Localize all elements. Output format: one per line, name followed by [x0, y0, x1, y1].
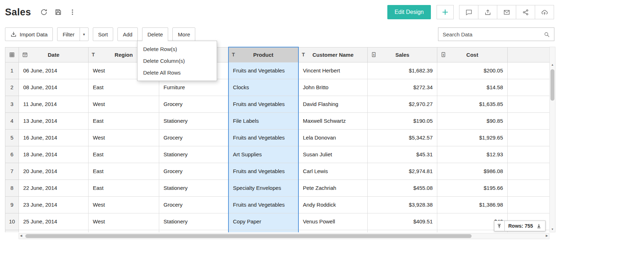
row-number-cell[interactable]: 8 [5, 180, 19, 196]
cell-sales[interactable]: $272.34 [368, 79, 437, 96]
cell-customer-name[interactable]: John Britto [298, 79, 368, 96]
cell-region[interactable]: East [89, 146, 159, 163]
edit-design-button[interactable]: Edit Design [387, 5, 431, 19]
export-button[interactable] [478, 5, 497, 19]
cell-customer-name[interactable]: Pete Zachriah [298, 180, 368, 196]
cell-product[interactable]: Fruits and Vegetables [228, 129, 298, 146]
menu-item-delete-columns[interactable]: Delete Column(s) [137, 55, 217, 67]
cell-cost[interactable]: $1,386.98 [437, 196, 508, 213]
scroll-up-arrow[interactable]: ▲ [550, 64, 555, 66]
row-number-cell[interactable]: 4 [5, 112, 19, 129]
cell-sales[interactable]: $45.31 [368, 146, 437, 163]
cell-product[interactable]: Specialty Envelopes [228, 180, 298, 196]
cell-cost[interactable]: $14.58 [437, 79, 508, 96]
column-header-product[interactable]: T Product [228, 47, 298, 62]
cell-region[interactable]: West [89, 96, 159, 112]
cell-cost[interactable]: $986.08 [437, 163, 508, 180]
refresh-button[interactable] [40, 8, 48, 16]
horizontal-scrollbar[interactable]: ◀ ▶ [19, 233, 549, 239]
scroll-down-arrow[interactable]: ▼ [550, 228, 555, 231]
cell-sales[interactable]: $455.08 [368, 180, 437, 196]
cell-sales[interactable] [368, 230, 437, 232]
cell-category[interactable]: Grocery [159, 163, 228, 180]
cell-date[interactable] [19, 230, 89, 232]
go-to-first-row-button[interactable] [494, 221, 505, 231]
column-header-sales[interactable]: $ Sales [368, 47, 437, 62]
cell-sales[interactable]: $1,682.39 [368, 62, 437, 79]
select-all-corner-cell[interactable] [5, 47, 19, 62]
cell-category[interactable]: Grocery [159, 196, 228, 213]
cell-sales[interactable]: $190.05 [368, 112, 437, 129]
cell-category[interactable]: Grocery [159, 96, 228, 112]
cell-product[interactable]: Clocks [228, 79, 298, 96]
add-button[interactable]: Add [117, 27, 138, 41]
cell-customer-name[interactable]: Carl Lewis [298, 163, 368, 180]
cell-region[interactable]: East [89, 180, 159, 196]
cell-product[interactable]: Copy Paper [228, 213, 298, 230]
cell-product[interactable]: File Labels [228, 112, 298, 129]
row-number-cell[interactable]: 9 [5, 196, 19, 213]
cell-sales[interactable]: $2,974.81 [368, 163, 437, 180]
email-button[interactable] [497, 5, 516, 19]
cell-date[interactable]: 18 June, 2014 [19, 146, 89, 163]
cell-cost[interactable]: $1,929.65 [437, 129, 508, 146]
filter-button[interactable]: Filter ▾ [57, 27, 88, 41]
sort-button[interactable]: Sort [93, 27, 114, 41]
cell-product[interactable]: Fruits and Vegetables [228, 196, 298, 213]
vertical-scrollbar[interactable]: ▲ ▼ [549, 47, 555, 232]
publish-button[interactable] [535, 5, 554, 19]
scroll-left-arrow[interactable]: ◀ [20, 234, 22, 237]
cell-region[interactable]: West [89, 196, 159, 213]
cell-customer-name[interactable]: Maxwell Schwartz [298, 112, 368, 129]
cell-region[interactable] [89, 230, 159, 232]
cell-customer-name[interactable]: Vincent Herbert [298, 62, 368, 79]
cell-date[interactable]: 22 June, 2014 [19, 180, 89, 196]
row-number-cell[interactable]: 3 [5, 96, 19, 112]
cell-category[interactable]: Stationery [159, 180, 228, 196]
cell-date[interactable]: 20 June, 2014 [19, 163, 89, 180]
go-to-last-icon[interactable] [536, 223, 542, 229]
cell-empty[interactable] [508, 96, 550, 112]
filter-dropdown-caret-icon[interactable]: ▾ [80, 28, 88, 41]
cell-category[interactable]: Stationery [159, 112, 228, 129]
cell-sales[interactable]: $409.51 [368, 213, 437, 230]
cell-empty[interactable] [508, 163, 550, 180]
row-number-cell[interactable]: 7 [5, 163, 19, 180]
cell-customer-name[interactable]: Andy Roddick [298, 196, 368, 213]
cell-date[interactable]: 06 June, 2014 [19, 62, 89, 79]
cell-sales[interactable]: $5,342.57 [368, 129, 437, 146]
row-number-cell[interactable] [5, 230, 19, 232]
cell-cost[interactable]: $200.05 [437, 62, 508, 79]
cell-region[interactable]: East [89, 79, 159, 96]
cell-empty[interactable] [508, 62, 550, 79]
cell-date[interactable]: 08 June, 2014 [19, 79, 89, 96]
cell-region[interactable]: East [89, 163, 159, 180]
row-number-cell[interactable]: 1 [5, 62, 19, 79]
cell-sales[interactable]: $2,970.27 [368, 96, 437, 112]
scroll-right-arrow[interactable]: ▶ [546, 234, 548, 237]
more-button[interactable]: More [172, 27, 195, 41]
cell-region[interactable]: East [89, 112, 159, 129]
cell-empty[interactable] [508, 196, 550, 213]
cell-empty[interactable] [508, 79, 550, 96]
cell-date[interactable]: 11 June, 2014 [19, 96, 89, 112]
cell-empty[interactable] [508, 146, 550, 163]
share-button[interactable] [516, 5, 535, 19]
column-header-empty[interactable] [508, 47, 550, 62]
save-button[interactable] [54, 8, 62, 16]
cell-category[interactable]: Grocery [159, 129, 228, 146]
cell-product[interactable]: Fruits and Vegetables [228, 62, 298, 79]
cell-product[interactable]: Art Supplies [228, 146, 298, 163]
cell-customer-name[interactable]: Susan Juliet [298, 146, 368, 163]
cell-date[interactable]: 16 June, 2014 [19, 129, 89, 146]
menu-item-delete-rows[interactable]: Delete Row(s) [137, 43, 217, 55]
cell-category[interactable] [159, 230, 228, 232]
cell-date[interactable]: 25 June, 2014 [19, 213, 89, 230]
cell-customer-name[interactable] [298, 230, 368, 232]
search-input[interactable] [443, 31, 544, 37]
cell-customer-name[interactable]: Venus Powell [298, 213, 368, 230]
column-header-cost[interactable]: $ Cost [437, 47, 508, 62]
cell-product[interactable]: Fruits and Vegetables [228, 96, 298, 112]
delete-button[interactable]: Delete [142, 27, 168, 41]
cell-empty[interactable] [508, 180, 550, 196]
